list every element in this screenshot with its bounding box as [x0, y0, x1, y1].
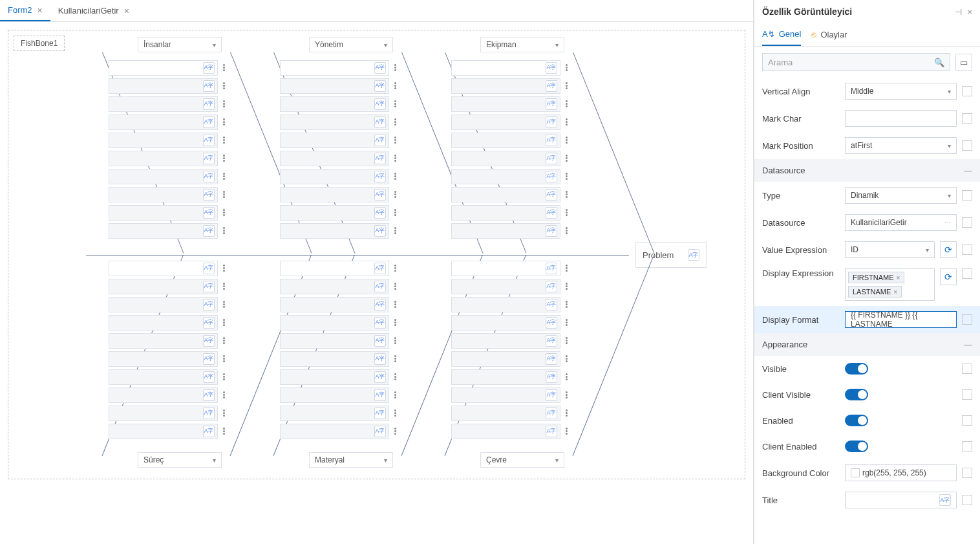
color-input[interactable]: rgb(255, 255, 255) — [845, 464, 957, 481]
translate-icon[interactable]: A字 — [374, 116, 386, 128]
tag[interactable]: LASTNAME× — [848, 286, 902, 298]
category-label[interactable]: Materyal▾ — [309, 452, 393, 468]
cause-row[interactable]: A字 — [280, 131, 396, 149]
kebab-icon[interactable] — [566, 409, 568, 417]
cause-row[interactable]: A字 — [280, 277, 396, 295]
cause-row[interactable]: A字 — [280, 404, 396, 422]
cause-input[interactable]: A字 — [451, 279, 560, 294]
cause-row[interactable]: A字 — [451, 59, 568, 76]
remove-icon[interactable]: × — [897, 274, 900, 281]
cause-row[interactable]: A字 — [451, 168, 568, 185]
cause-input[interactable]: A字 — [451, 96, 560, 112]
cause-input[interactable]: A字 — [451, 114, 560, 130]
translate-icon[interactable]: A字 — [374, 98, 386, 110]
cause-row[interactable]: A字 — [280, 113, 396, 131]
cause-input[interactable]: A字 — [451, 205, 560, 221]
cause-input[interactable]: A字 — [280, 169, 389, 184]
cause-row[interactable]: A字 — [451, 296, 568, 313]
cause-row[interactable]: A字 — [451, 149, 568, 167]
cause-input[interactable]: A字 — [109, 387, 218, 403]
cause-input[interactable]: A字 — [280, 78, 389, 94]
kebab-icon[interactable] — [223, 227, 225, 234]
cause-input[interactable]: A字 — [109, 187, 218, 202]
kebab-icon[interactable] — [223, 337, 225, 344]
cause-row[interactable]: A字 — [109, 350, 225, 367]
cause-input[interactable]: A字 — [109, 205, 218, 221]
translate-icon[interactable]: A字 — [374, 281, 386, 292]
translate-icon[interactable]: A字 — [374, 426, 386, 437]
close-icon[interactable]: × — [967, 7, 972, 17]
cause-input[interactable]: A字 — [451, 424, 560, 439]
cause-row[interactable]: A字 — [451, 314, 568, 331]
cause-row[interactable]: A字 — [109, 168, 225, 185]
kebab-icon[interactable] — [394, 82, 396, 89]
kebab-icon[interactable] — [223, 373, 225, 380]
translate-icon[interactable]: A字 — [203, 353, 215, 365]
override-checkbox[interactable] — [962, 140, 972, 151]
cause-row[interactable]: A字 — [451, 222, 568, 239]
cause-input[interactable]: A字 — [280, 133, 389, 148]
override-checkbox[interactable] — [962, 86, 972, 96]
cause-row[interactable]: A字 — [280, 368, 396, 386]
section-appearance[interactable]: Appearance— — [754, 333, 980, 356]
kebab-icon[interactable] — [223, 283, 225, 290]
cause-row[interactable]: A字 — [109, 259, 225, 277]
toggle-visible[interactable] — [845, 363, 868, 375]
kebab-icon[interactable] — [394, 227, 396, 234]
kebab-icon[interactable] — [566, 209, 568, 216]
cause-row[interactable]: A字 — [451, 368, 568, 386]
kebab-icon[interactable] — [223, 155, 225, 162]
cause-row[interactable]: A字 — [280, 386, 396, 404]
cause-input[interactable]: A字 — [109, 223, 218, 239]
tag-input-display-expression[interactable]: FIRSTNAME× LASTNAME× — [845, 268, 935, 301]
tab-kullanicilari[interactable]: KullanicilariGetir × — [50, 0, 137, 21]
kebab-icon[interactable] — [223, 82, 225, 89]
cause-row[interactable]: A字 — [451, 277, 568, 295]
cause-row[interactable]: A字 — [451, 404, 568, 422]
override-checkbox[interactable] — [962, 268, 972, 279]
cause-input[interactable]: A字 — [280, 406, 389, 421]
cause-input[interactable]: A字 — [109, 315, 218, 331]
translate-icon[interactable]: A字 — [546, 299, 557, 310]
kebab-icon[interactable] — [223, 355, 225, 362]
cause-row[interactable]: A字 — [109, 332, 225, 349]
problem-head[interactable]: Problem A字 — [635, 242, 707, 268]
cause-input[interactable]: A字 — [109, 261, 218, 276]
cause-input[interactable]: A字 — [280, 60, 389, 76]
translate-icon[interactable]: A字 — [203, 116, 215, 128]
cause-input[interactable]: A字 — [280, 114, 389, 130]
cause-row[interactable]: A字 — [109, 277, 225, 295]
kebab-icon[interactable] — [223, 319, 225, 326]
kebab-icon[interactable] — [566, 391, 568, 398]
translate-icon[interactable]: A字 — [374, 135, 386, 146]
close-icon[interactable]: × — [124, 6, 129, 16]
tab-general[interactable]: A↯ Genel — [762, 23, 801, 46]
cause-row[interactable]: A字 — [109, 368, 225, 386]
translate-icon[interactable]: A字 — [546, 135, 557, 146]
kebab-icon[interactable] — [566, 301, 568, 308]
select-value-expression[interactable]: ID▾ — [845, 241, 935, 258]
translate-icon[interactable]: A字 — [546, 389, 557, 401]
kebab-icon[interactable] — [566, 428, 568, 435]
cause-row[interactable]: A字 — [109, 222, 225, 239]
override-checkbox[interactable] — [962, 190, 972, 201]
kebab-icon[interactable] — [394, 373, 396, 380]
kebab-icon[interactable] — [394, 173, 396, 180]
kebab-icon[interactable] — [394, 100, 396, 107]
collapse-button[interactable]: ▭ — [955, 54, 972, 71]
kebab-icon[interactable] — [394, 265, 396, 272]
kebab-icon[interactable] — [566, 118, 568, 125]
cause-row[interactable]: A字 — [280, 149, 396, 167]
kebab-icon[interactable] — [223, 118, 225, 125]
section-datasource[interactable]: Datasource— — [754, 159, 980, 182]
translate-icon[interactable]: A字 — [546, 408, 557, 419]
tag[interactable]: FIRSTNAME× — [848, 272, 904, 283]
kebab-icon[interactable] — [223, 265, 225, 272]
ellipsis-icon[interactable]: ⋯ — [944, 219, 951, 226]
translate-icon[interactable]: A字 — [546, 263, 557, 274]
translate-icon[interactable]: A字 — [374, 153, 386, 164]
kebab-icon[interactable] — [223, 391, 225, 398]
override-checkbox[interactable] — [962, 389, 972, 400]
cause-input[interactable]: A字 — [280, 387, 389, 403]
cause-input[interactable]: A字 — [109, 424, 218, 439]
